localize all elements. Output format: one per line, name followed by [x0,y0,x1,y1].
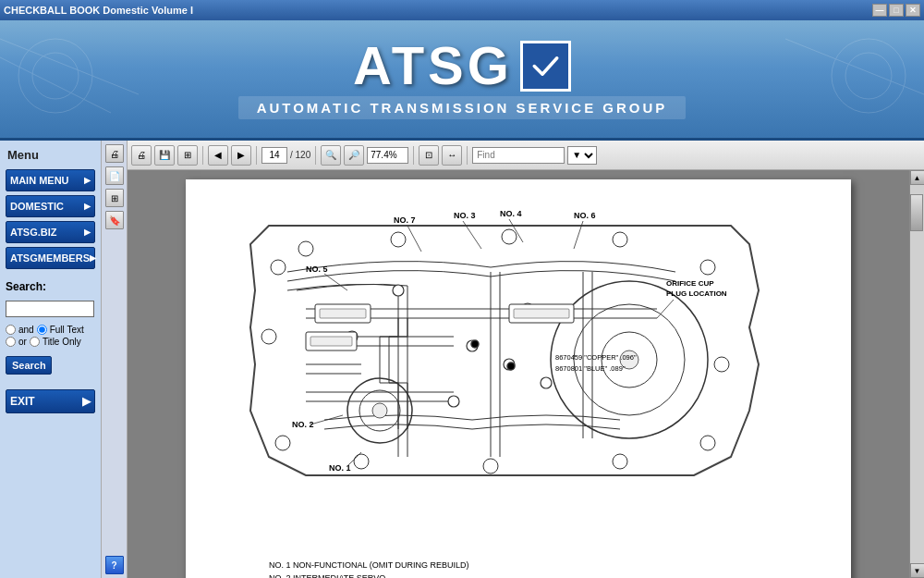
svg-line-0 [0,39,139,94]
sidebar: Menu MAIN MENU ▶ DOMESTIC ▶ ATSG.BIZ ▶ A… [0,141,102,578]
window-title: CHECKBALL BOOK Domestic Volume I [4,5,872,16]
pdf-page: NO. 7 NO. 3 NO. 4 NO. 6 [186,179,851,578]
svg-text:ORIFICE CUP: ORIFICE CUP [666,279,714,288]
svg-point-17 [393,285,404,296]
svg-line-54 [657,300,674,318]
arrow-icon: ▶ [84,202,91,211]
scroll-track[interactable] [910,185,924,563]
scroll-up-button[interactable]: ▲ [910,170,925,185]
radio-row-or: or Title Only [6,337,95,347]
svg-text:NO. 4: NO. 4 [500,209,522,218]
arrow-icon: ▶ [84,176,91,185]
close-button[interactable]: ✕ [906,4,920,17]
radio-title-only[interactable] [30,337,40,347]
svg-point-25 [700,260,715,275]
radio-full-text-label: Full Text [50,325,84,335]
svg-point-33 [271,260,286,275]
fit-width-button[interactable]: ↔ [442,145,462,166]
find-input[interactable] [472,147,565,164]
pdf-viewport: NO. 7 NO. 3 NO. 4 NO. 6 [128,170,924,578]
svg-text:NO. 2: NO. 2 [292,420,314,429]
svg-point-28 [613,454,627,469]
radio-group: and Full Text or Title Only [6,325,95,349]
bg-lines [0,20,924,138]
svg-point-26 [714,357,729,372]
main-menu-button[interactable]: MAIN MENU ▶ [6,169,95,191]
pdf-area: 🖨 💾 ⊞ ◀ ▶ / 120 🔍 🔎 ⊡ ↔ ▼ [128,141,924,578]
svg-point-23 [502,229,517,244]
scroll-thumb[interactable] [910,194,923,231]
header: ATSG AUTOMATIC TRANSMISSION SERVICE GROU… [0,20,924,141]
next-page-button[interactable]: ▶ [231,145,251,166]
domestic-button[interactable]: DOMESTIC ▶ [6,195,95,217]
svg-point-6 [845,53,892,99]
svg-line-51 [324,274,347,290]
svg-line-43 [407,226,421,252]
pdf-content[interactable]: NO. 7 NO. 3 NO. 4 NO. 6 [128,170,909,578]
svg-point-2 [18,39,92,113]
maximize-button[interactable]: □ [889,4,904,17]
search-label: Search: [6,280,95,293]
svg-point-27 [700,436,715,450]
zoom-out-button[interactable]: 🔍 [321,145,341,166]
arrow-icon: ▶ [90,253,96,263]
radio-full-text[interactable] [37,325,47,335]
layout-button[interactable]: ⊞ [177,145,198,166]
svg-text:8670801 "BLUE"    .089": 8670801 "BLUE" .089" [555,364,626,373]
atsg-members-button[interactable]: ATSGMEMBERS ▶ [6,247,95,269]
svg-point-3 [32,53,79,99]
radio-row-and: and Full Text [6,325,95,335]
svg-text:NO. 7: NO. 7 [394,215,416,225]
radio-or[interactable] [6,337,16,347]
svg-text:8670459 "COPPER" .096": 8670459 "COPPER" .096" [555,353,637,362]
prev-page-button[interactable]: ◀ [208,145,228,166]
help-icon[interactable]: ? [105,556,124,574]
svg-text:NO. 1: NO. 1 [329,463,351,473]
arrow-icon: ▶ [82,395,91,408]
title-bar: CHECKBALL BOOK Domestic Volume I — □ ✕ [0,0,924,20]
page-total: / 120 [290,150,310,160]
radio-and[interactable] [6,325,16,335]
svg-text:NO. 6: NO. 6 [574,211,596,220]
divider [202,146,203,165]
divider [315,146,316,165]
svg-text:NO. 3: NO. 3 [454,211,476,220]
svg-point-13 [372,403,387,418]
thumbnails-icon[interactable]: ⊞ [105,189,124,207]
menu-label: Menu [6,148,95,162]
legend-item-2: NO. 2 INTERMEDIATE SERVO [269,572,823,578]
atsg-biz-button[interactable]: ATSG.BIZ ▶ [6,221,95,243]
divider [256,146,257,165]
svg-point-31 [275,436,290,450]
print-icon[interactable]: 🖨 [105,144,124,163]
search-input[interactable] [6,301,94,317]
search-button[interactable]: Search [6,356,52,375]
svg-rect-37 [514,309,569,318]
save-button[interactable]: 💾 [154,145,175,166]
scroll-down-button[interactable]: ▼ [910,563,925,578]
page-number-input[interactable] [261,147,287,164]
exit-button[interactable]: EXIT ▶ [6,389,95,413]
radio-or-label: or [18,337,27,347]
svg-point-21 [298,241,313,256]
svg-point-40 [471,340,479,348]
page-icon[interactable]: 📄 [105,166,124,185]
minimize-button[interactable]: — [872,4,887,17]
svg-line-58 [310,415,343,424]
bookmark-icon[interactable]: 🔖 [105,211,124,229]
find-options[interactable]: ▼ [567,146,597,165]
radio-title-only-label: Title Only [43,337,81,347]
svg-line-1 [0,57,111,113]
main-content: ATSG AUTOMATIC TRANSMISSION SERVICE GROU… [0,20,924,578]
print-button[interactable]: 🖨 [131,145,152,166]
svg-point-22 [391,232,406,247]
zoom-in-button[interactable]: 🔎 [344,145,364,166]
svg-rect-35 [320,309,366,318]
svg-point-30 [354,454,369,469]
fit-page-button[interactable]: ⊡ [419,145,439,166]
window-controls[interactable]: — □ ✕ [872,4,920,17]
bottom-section: Menu MAIN MENU ▶ DOMESTIC ▶ ATSG.BIZ ▶ A… [0,141,924,578]
divider [467,146,468,165]
zoom-input[interactable] [367,147,408,164]
svg-point-5 [832,39,906,113]
